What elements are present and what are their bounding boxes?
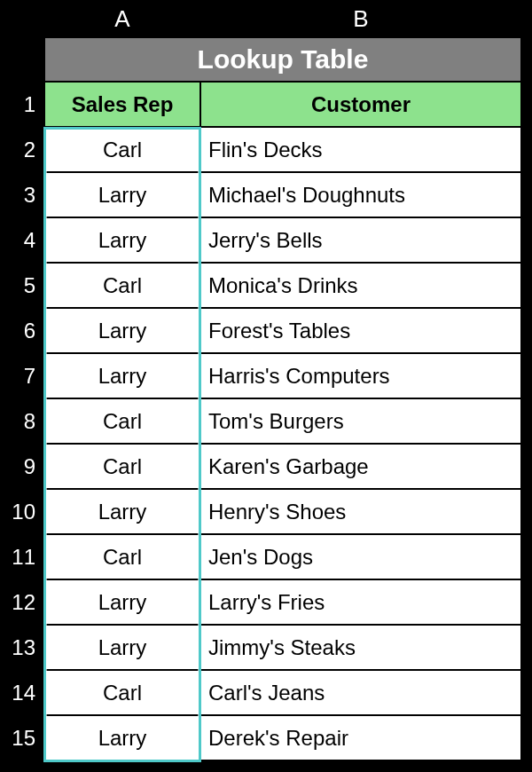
title-row: Lookup Table bbox=[0, 37, 532, 82]
table-row: 5 Carl Monica's Drinks bbox=[0, 263, 532, 308]
cell-sales-rep[interactable]: Larry bbox=[44, 715, 200, 760]
cell-customer[interactable]: Forest's Tables bbox=[200, 308, 521, 353]
cell-customer[interactable]: Henry's Shoes bbox=[200, 489, 521, 534]
cell-customer[interactable]: Carl's Jeans bbox=[200, 670, 521, 715]
table-row: 14 Carl Carl's Jeans bbox=[0, 670, 532, 715]
cell-customer[interactable]: Jen's Dogs bbox=[200, 534, 521, 579]
cell-sales-rep[interactable]: Carl bbox=[44, 444, 200, 489]
cell-sales-rep[interactable]: Larry bbox=[44, 625, 200, 670]
row-number[interactable]: 15 bbox=[0, 715, 44, 760]
corner-gutter bbox=[0, 0, 44, 37]
cell-sales-rep[interactable]: Larry bbox=[44, 172, 200, 217]
cell-sales-rep[interactable]: Carl bbox=[44, 670, 200, 715]
header-sales-rep[interactable]: Sales Rep bbox=[44, 82, 200, 127]
row-number[interactable]: 13 bbox=[0, 625, 44, 670]
table-row: 15 Larry Derek's Repair bbox=[0, 715, 532, 760]
row-number[interactable]: 7 bbox=[0, 353, 44, 398]
header-row: 1 Sales Rep Customer bbox=[0, 82, 532, 127]
cell-sales-rep[interactable]: Carl bbox=[44, 534, 200, 579]
row-number[interactable]: 14 bbox=[0, 670, 44, 715]
column-header-row: A B bbox=[0, 0, 532, 37]
table-row: 6 Larry Forest's Tables bbox=[0, 308, 532, 353]
cell-sales-rep[interactable]: Carl bbox=[44, 398, 200, 444]
cell-customer[interactable]: Jerry's Bells bbox=[200, 217, 521, 263]
row-number[interactable]: 11 bbox=[0, 534, 44, 579]
table-row: 10 Larry Henry's Shoes bbox=[0, 489, 532, 534]
cell-sales-rep[interactable]: Larry bbox=[44, 579, 200, 625]
table-row: 11 Carl Jen's Dogs bbox=[0, 534, 532, 579]
cell-customer[interactable]: Derek's Repair bbox=[200, 715, 521, 760]
column-header-b[interactable]: B bbox=[200, 5, 521, 33]
row-number[interactable]: 4 bbox=[0, 217, 44, 263]
row-number[interactable]: 8 bbox=[0, 398, 44, 444]
row-number[interactable]: 2 bbox=[0, 127, 44, 172]
cell-sales-rep[interactable]: Larry bbox=[44, 308, 200, 353]
cell-sales-rep[interactable]: Larry bbox=[44, 353, 200, 398]
table-row: 8 Carl Tom's Burgers bbox=[0, 398, 532, 444]
table-row: 12 Larry Larry's Fries bbox=[0, 579, 532, 625]
cell-customer[interactable]: Flin's Decks bbox=[200, 127, 521, 172]
spreadsheet: A B Lookup Table 1 Sales Rep Customer 2 … bbox=[0, 0, 532, 772]
table-row: 4 Larry Jerry's Bells bbox=[0, 217, 532, 263]
row-number[interactable]: 12 bbox=[0, 579, 44, 625]
table-row: 2 Carl Flin's Decks bbox=[0, 127, 532, 172]
cell-customer[interactable]: Michael's Doughnuts bbox=[200, 172, 521, 217]
table-row: 7 Larry Harris's Computers bbox=[0, 353, 532, 398]
cell-customer[interactable]: Karen's Garbage bbox=[200, 444, 521, 489]
cell-sales-rep[interactable]: Carl bbox=[44, 263, 200, 308]
row-gutter-title bbox=[0, 37, 44, 82]
row-number[interactable]: 5 bbox=[0, 263, 44, 308]
cell-sales-rep[interactable]: Larry bbox=[44, 489, 200, 534]
row-number[interactable]: 1 bbox=[0, 82, 44, 127]
table-row: 3 Larry Michael's Doughnuts bbox=[0, 172, 532, 217]
table-title[interactable]: Lookup Table bbox=[44, 37, 521, 82]
cell-sales-rep[interactable]: Larry bbox=[44, 217, 200, 263]
header-customer[interactable]: Customer bbox=[200, 82, 521, 127]
row-number[interactable]: 6 bbox=[0, 308, 44, 353]
table-row: 9 Carl Karen's Garbage bbox=[0, 444, 532, 489]
cell-customer[interactable]: Jimmy's Steaks bbox=[200, 625, 521, 670]
cell-customer[interactable]: Larry's Fries bbox=[200, 579, 521, 625]
row-number[interactable]: 9 bbox=[0, 444, 44, 489]
cell-customer[interactable]: Monica's Drinks bbox=[200, 263, 521, 308]
column-header-a[interactable]: A bbox=[44, 5, 200, 33]
cell-customer[interactable]: Harris's Computers bbox=[200, 353, 521, 398]
cell-customer[interactable]: Tom's Burgers bbox=[200, 398, 521, 444]
row-number[interactable]: 10 bbox=[0, 489, 44, 534]
row-number[interactable]: 3 bbox=[0, 172, 44, 217]
table-row: 13 Larry Jimmy's Steaks bbox=[0, 625, 532, 670]
cell-sales-rep[interactable]: Carl bbox=[44, 127, 200, 172]
